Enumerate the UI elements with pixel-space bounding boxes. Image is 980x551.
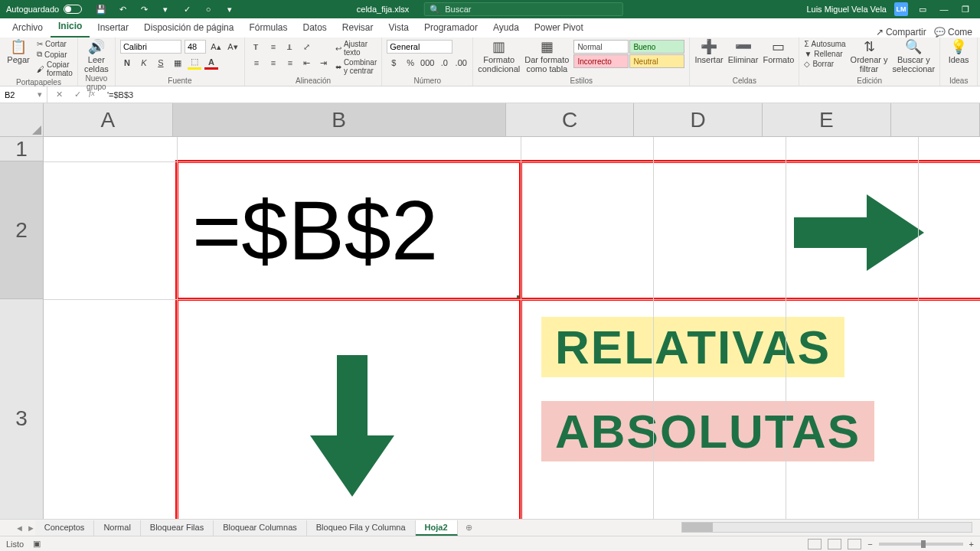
ribbon-tab-disposición-de-página[interactable]: Disposición de página bbox=[136, 19, 241, 37]
orientation-icon[interactable]: ⤢ bbox=[300, 40, 314, 54]
percent-icon[interactable]: % bbox=[403, 56, 417, 70]
read-cells-button[interactable]: 🔊Leer celdas bbox=[83, 40, 110, 73]
delete-cells-button[interactable]: ➖Eliminar bbox=[728, 40, 759, 64]
row-header-2[interactable]: 2 bbox=[0, 161, 44, 299]
enter-formula-icon[interactable]: ✓ bbox=[70, 88, 84, 102]
autosum-button[interactable]: ΣAutosuma bbox=[804, 40, 845, 48]
zoom-out-icon[interactable]: − bbox=[867, 540, 872, 549]
ribbon-tab-revisar[interactable]: Revisar bbox=[335, 19, 381, 37]
view-layout-icon[interactable] bbox=[828, 539, 841, 549]
cut-button[interactable]: ✂Cortar bbox=[37, 40, 73, 48]
spreadsheet-grid[interactable]: ABCDE 123 =$B$2 RELATIVAS ABSOLUTAS bbox=[0, 103, 980, 519]
italic-button[interactable]: K bbox=[137, 56, 151, 70]
name-box[interactable]: B2▾ bbox=[0, 86, 47, 103]
minimize-icon[interactable]: — bbox=[937, 2, 951, 16]
row-header-1[interactable]: 1 bbox=[0, 137, 44, 161]
macro-record-icon[interactable]: ▣ bbox=[33, 539, 41, 549]
font-size-select[interactable] bbox=[185, 40, 206, 54]
column-header-C[interactable]: C bbox=[506, 103, 635, 137]
new-sheet-button[interactable]: ⊕ bbox=[462, 521, 476, 535]
zoom-slider[interactable] bbox=[879, 543, 963, 546]
save-icon[interactable]: 💾 bbox=[94, 2, 108, 16]
sheet-nav-next-icon[interactable]: ► bbox=[27, 523, 35, 533]
restore-icon[interactable]: ❐ bbox=[959, 2, 972, 16]
search-box[interactable]: 🔍 Buscar bbox=[424, 2, 623, 16]
sheet-tab-normal[interactable]: Normal bbox=[94, 520, 140, 536]
align-top-icon[interactable]: ⫪ bbox=[250, 40, 263, 54]
style-incorrecto[interactable]: Incorrecto bbox=[573, 54, 629, 68]
column-header-E[interactable]: E bbox=[763, 103, 891, 137]
style-bueno[interactable]: Bueno bbox=[629, 40, 684, 54]
decrease-decimal-icon[interactable]: .0 bbox=[437, 56, 451, 70]
align-middle-icon[interactable]: ≡ bbox=[266, 40, 280, 54]
fill-color-button[interactable]: ⬚ bbox=[188, 56, 201, 70]
qat-dropdown-icon[interactable]: ▾ bbox=[223, 2, 237, 16]
comma-icon[interactable]: 000 bbox=[420, 56, 434, 70]
style-normal[interactable]: Normal bbox=[573, 40, 629, 54]
conditional-format-button[interactable]: ▥Formato condicional bbox=[478, 40, 520, 73]
copy-button[interactable]: ⧉Copiar bbox=[37, 50, 73, 59]
qat-more-icon[interactable]: ▾ bbox=[158, 2, 172, 16]
ribbon-display-icon[interactable]: ▭ bbox=[916, 2, 929, 16]
select-all-corner[interactable] bbox=[0, 103, 44, 137]
find-select-button[interactable]: 🔍Buscar y seleccionar bbox=[893, 40, 936, 73]
cell-styles-gallery[interactable]: Normal Bueno Incorrecto Neutral bbox=[573, 40, 684, 68]
ribbon-tab-fórmulas[interactable]: Fórmulas bbox=[241, 19, 295, 37]
indent-decrease-icon[interactable]: ⇤ bbox=[300, 56, 314, 70]
ribbon-tab-insertar[interactable]: Insertar bbox=[90, 19, 136, 37]
fx-icon[interactable]: fx bbox=[89, 88, 95, 102]
align-center-icon[interactable]: ≡ bbox=[266, 56, 280, 70]
column-header- [interactable] bbox=[891, 103, 980, 137]
ribbon-tab-programador[interactable]: Programador bbox=[416, 19, 485, 37]
increase-font-icon[interactable]: A▴ bbox=[209, 40, 223, 54]
view-normal-icon[interactable] bbox=[808, 539, 822, 549]
ideas-button[interactable]: 💡Ideas bbox=[945, 40, 972, 64]
comments-button[interactable]: 💬 Come bbox=[934, 27, 972, 37]
ribbon-tab-archivo[interactable]: Archivo bbox=[5, 19, 51, 37]
redo-icon[interactable]: ↷ bbox=[137, 2, 151, 16]
sheet-tab-bloquear-columnas[interactable]: Bloquear Columnas bbox=[214, 520, 307, 536]
decrease-font-icon[interactable]: A▾ bbox=[226, 40, 240, 54]
ribbon-tab-vista[interactable]: Vista bbox=[381, 19, 416, 37]
circle-icon[interactable]: ○ bbox=[201, 2, 215, 16]
user-avatar[interactable]: LM bbox=[894, 2, 908, 16]
column-header-D[interactable]: D bbox=[634, 103, 763, 137]
indent-increase-icon[interactable]: ⇥ bbox=[317, 56, 331, 70]
border-button[interactable]: ▦ bbox=[171, 56, 185, 70]
align-left-icon[interactable]: ≡ bbox=[250, 56, 263, 70]
ribbon-tab-datos[interactable]: Datos bbox=[295, 19, 334, 37]
ribbon-tab-ayuda[interactable]: Ayuda bbox=[485, 19, 527, 37]
sheet-nav-prev-icon[interactable]: ◄ bbox=[15, 523, 24, 533]
align-right-icon[interactable]: ≡ bbox=[283, 56, 297, 70]
row-header-3[interactable]: 3 bbox=[0, 299, 44, 519]
underline-button[interactable]: S bbox=[154, 56, 168, 70]
format-as-table-button[interactable]: ▦Dar formato como tabla bbox=[524, 40, 569, 73]
zoom-in-icon[interactable]: + bbox=[969, 540, 974, 549]
formula-input[interactable]: '=$B$3 bbox=[104, 90, 980, 99]
horizontal-scrollbar[interactable] bbox=[681, 522, 972, 533]
currency-icon[interactable]: $ bbox=[387, 56, 400, 70]
paste-button[interactable]: 📋Pegar bbox=[5, 40, 32, 64]
merge-center-button[interactable]: ⬌Combinar y centrar bbox=[335, 58, 377, 75]
format-cells-button[interactable]: ▭Formato bbox=[763, 40, 794, 64]
style-neutral[interactable]: Neutral bbox=[629, 54, 684, 68]
align-bottom-icon[interactable]: ⫫ bbox=[283, 40, 297, 54]
view-break-icon[interactable] bbox=[848, 539, 861, 549]
check-icon[interactable]: ✓ bbox=[180, 2, 194, 16]
cancel-formula-icon[interactable]: ✕ bbox=[52, 88, 66, 102]
autosave-toggle[interactable] bbox=[64, 5, 82, 14]
sheet-tab-conceptos[interactable]: Conceptos bbox=[35, 520, 95, 536]
wrap-text-button[interactable]: ↩Ajustar texto bbox=[335, 40, 377, 57]
clear-button[interactable]: ◇Borrar bbox=[804, 60, 845, 68]
format-painter-button[interactable]: 🖌Copiar formato bbox=[37, 60, 73, 77]
cells-area[interactable]: =$B$2 RELATIVAS ABSOLUTAS bbox=[44, 137, 980, 519]
font-color-button[interactable]: A bbox=[204, 56, 218, 70]
share-button[interactable]: ↗ Compartir bbox=[876, 27, 926, 37]
ribbon-tab-inicio[interactable]: Inicio bbox=[51, 18, 90, 37]
sort-filter-button[interactable]: ⇅Ordenar y filtrar bbox=[851, 40, 888, 73]
sheet-tab-hoja2[interactable]: Hoja2 bbox=[416, 520, 458, 536]
column-header-A[interactable]: A bbox=[44, 103, 173, 137]
number-format-select[interactable] bbox=[387, 40, 452, 54]
fill-button[interactable]: ▼Rellenar bbox=[804, 50, 845, 58]
undo-icon[interactable]: ↶ bbox=[116, 2, 129, 16]
